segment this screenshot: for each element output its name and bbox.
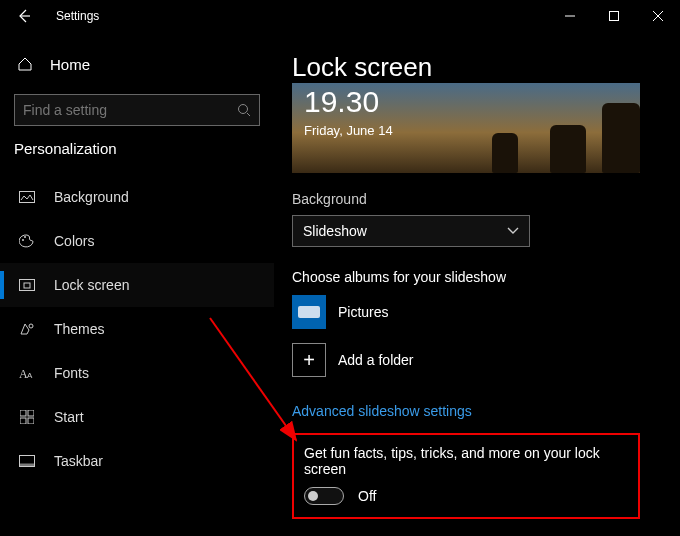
- tips-state: Off: [358, 488, 376, 504]
- lock-screen-icon: [18, 276, 36, 294]
- maximize-button[interactable]: [592, 1, 636, 31]
- svg-rect-2: [20, 192, 35, 203]
- plus-icon: +: [292, 343, 326, 377]
- search-input[interactable]: [23, 102, 237, 118]
- titlebar: Settings: [0, 0, 680, 32]
- close-icon: [653, 11, 663, 21]
- sidebar: Home Personalization Background Colors L…: [0, 32, 274, 536]
- fonts-icon: AA: [18, 364, 36, 382]
- preview-time: 19.30: [304, 85, 379, 119]
- add-folder-label: Add a folder: [338, 352, 414, 368]
- tips-toggle[interactable]: [304, 487, 344, 505]
- lock-preview: 19.30 Friday, June 14: [292, 83, 640, 173]
- sidebar-item-colors[interactable]: Colors: [0, 219, 274, 263]
- albums-label: Choose albums for your slideshow: [292, 269, 662, 285]
- minimize-icon: [565, 11, 575, 21]
- svg-rect-12: [20, 418, 26, 424]
- add-folder-row[interactable]: + Add a folder: [292, 343, 662, 377]
- svg-point-1: [239, 105, 248, 114]
- svg-rect-11: [28, 410, 34, 416]
- sidebar-section: Personalization: [0, 140, 274, 165]
- svg-rect-6: [24, 283, 30, 288]
- svg-point-7: [29, 324, 33, 328]
- background-label: Background: [292, 191, 662, 207]
- svg-point-3: [22, 239, 24, 241]
- preview-date: Friday, June 14: [304, 123, 393, 138]
- content: Lock screen 19.30 Friday, June 14 Backgr…: [274, 32, 680, 536]
- svg-rect-5: [20, 280, 35, 291]
- close-button[interactable]: [636, 1, 680, 31]
- palette-icon: [18, 232, 36, 250]
- arrow-left-icon: [17, 9, 31, 23]
- sidebar-home[interactable]: Home: [0, 44, 274, 84]
- app-title: Settings: [56, 9, 99, 23]
- back-button[interactable]: [8, 0, 40, 32]
- album-name: Pictures: [338, 304, 389, 320]
- search-icon: [237, 103, 251, 117]
- svg-text:A: A: [27, 371, 33, 380]
- home-icon: [16, 55, 34, 73]
- tips-label: Get fun facts, tips, tricks, and more on…: [304, 445, 628, 477]
- svg-rect-10: [20, 410, 26, 416]
- minimize-button[interactable]: [548, 1, 592, 31]
- start-icon: [18, 408, 36, 426]
- sidebar-item-background[interactable]: Background: [0, 175, 274, 219]
- nav-label: Colors: [54, 233, 94, 249]
- sidebar-home-label: Home: [50, 56, 90, 73]
- nav-label: Fonts: [54, 365, 89, 381]
- nav-label: Themes: [54, 321, 105, 337]
- page-title: Lock screen: [292, 52, 662, 83]
- dropdown-value: Slideshow: [303, 223, 367, 239]
- sidebar-item-taskbar[interactable]: Taskbar: [0, 439, 274, 483]
- background-dropdown[interactable]: Slideshow: [292, 215, 530, 247]
- taskbar-icon: [18, 452, 36, 470]
- search-box[interactable]: [14, 94, 260, 126]
- advanced-slideshow-link[interactable]: Advanced slideshow settings: [292, 403, 662, 419]
- nav-label: Start: [54, 409, 84, 425]
- nav-label: Lock screen: [54, 277, 129, 293]
- nav-label: Taskbar: [54, 453, 103, 469]
- sidebar-item-start[interactable]: Start: [0, 395, 274, 439]
- album-row[interactable]: Pictures: [292, 295, 662, 329]
- svg-rect-13: [28, 418, 34, 424]
- album-thumb: [292, 295, 326, 329]
- nav-label: Background: [54, 189, 129, 205]
- sidebar-item-themes[interactable]: Themes: [0, 307, 274, 351]
- themes-icon: [18, 320, 36, 338]
- chevron-down-icon: [507, 227, 519, 235]
- sidebar-item-lock-screen[interactable]: Lock screen: [0, 263, 274, 307]
- svg-rect-15: [20, 464, 35, 467]
- picture-icon: [18, 188, 36, 206]
- svg-rect-0: [610, 12, 619, 21]
- maximize-icon: [609, 11, 619, 21]
- svg-point-4: [24, 236, 26, 238]
- sidebar-item-fonts[interactable]: AA Fonts: [0, 351, 274, 395]
- tips-toggle-block: Get fun facts, tips, tricks, and more on…: [292, 433, 640, 519]
